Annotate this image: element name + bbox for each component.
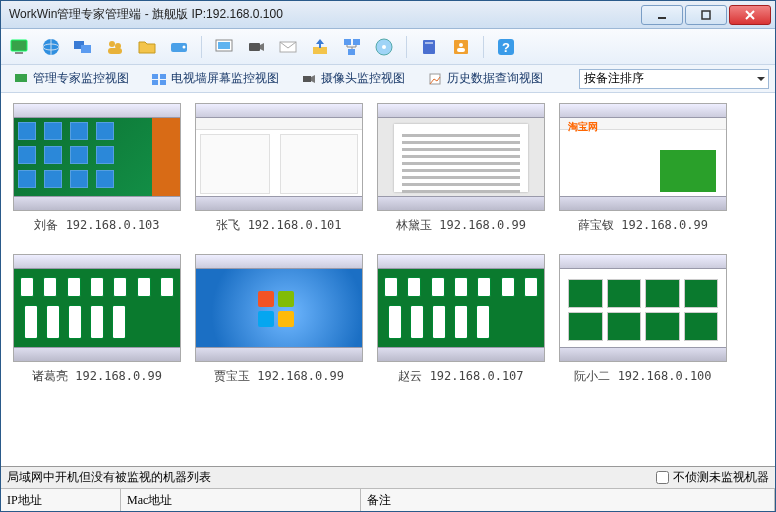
unmonitored-panel: 局域网中开机但没有被监视的机器列表 不侦测未监视机器 IP地址 Mac地址 备注 bbox=[1, 466, 775, 511]
thumbnail-caption: 贾宝玉 192.168.0.99 bbox=[195, 368, 363, 385]
screen-thumbnail[interactable]: 阮小二 192.168.0.100 bbox=[559, 254, 727, 385]
upload-icon[interactable] bbox=[308, 35, 332, 59]
history-icon bbox=[427, 71, 443, 87]
thumbnail-gallery[interactable]: 刘备 192.168.0.103张飞 192.168.0.101林黛玉 192.… bbox=[1, 93, 775, 466]
tab-label: 摄像头监控视图 bbox=[321, 70, 405, 87]
toolbar-separator bbox=[406, 36, 407, 58]
display-icon[interactable] bbox=[212, 35, 236, 59]
sort-dropdown[interactable] bbox=[579, 69, 769, 89]
svg-rect-13 bbox=[108, 48, 122, 54]
window-title: WorkWin管理专家管理端 - 旗舰版 IP:192.168.0.100 bbox=[9, 6, 641, 23]
screen-thumbnail[interactable]: 林黛玉 192.168.0.99 bbox=[377, 103, 545, 234]
tab-label: 电视墙屏幕监控视图 bbox=[171, 70, 279, 87]
svg-rect-33 bbox=[15, 74, 27, 82]
folder-icon[interactable] bbox=[135, 35, 159, 59]
network-icon[interactable] bbox=[340, 35, 364, 59]
unmonitored-title: 局域网中开机但没有被监视的机器列表 bbox=[7, 469, 211, 486]
screenshot-preview[interactable]: 淘宝网 bbox=[559, 103, 727, 211]
sort-input[interactable] bbox=[579, 69, 769, 89]
thumbnail-caption: 诸葛亮 192.168.0.99 bbox=[13, 368, 181, 385]
view-tabs: 管理专家监控视图 电视墙屏幕监控视图 摄像头监控视图 历史数据查询视图 bbox=[1, 65, 775, 93]
svg-rect-27 bbox=[425, 42, 433, 44]
screen-thumbnail[interactable]: 张飞 192.168.0.101 bbox=[195, 103, 363, 234]
svg-point-15 bbox=[183, 45, 186, 48]
tab-camera-monitor[interactable]: 摄像头监控视图 bbox=[295, 68, 411, 89]
svg-rect-35 bbox=[160, 74, 166, 79]
svg-rect-22 bbox=[353, 39, 360, 45]
screenshot-preview[interactable] bbox=[195, 103, 363, 211]
window-controls bbox=[641, 5, 771, 25]
thumbnail-caption: 林黛玉 192.168.0.99 bbox=[377, 217, 545, 234]
svg-rect-10 bbox=[81, 45, 91, 53]
tab-label: 历史数据查询视图 bbox=[447, 70, 543, 87]
svg-text:?: ? bbox=[502, 40, 510, 55]
help-icon[interactable]: ? bbox=[494, 35, 518, 59]
svg-rect-36 bbox=[152, 80, 158, 85]
thumbnail-caption: 刘备 192.168.0.103 bbox=[13, 217, 181, 234]
col-ip[interactable]: IP地址 bbox=[1, 489, 121, 511]
screens-icon[interactable] bbox=[71, 35, 95, 59]
unmonitored-table-header: IP地址 Mac地址 备注 bbox=[1, 489, 775, 511]
screen-thumbnail[interactable]: 刘备 192.168.0.103 bbox=[13, 103, 181, 234]
book-icon[interactable] bbox=[417, 35, 441, 59]
users-icon[interactable] bbox=[103, 35, 127, 59]
app-window: WorkWin管理专家管理端 - 旗舰版 IP:192.168.0.100 ? … bbox=[0, 0, 776, 512]
svg-point-25 bbox=[382, 45, 386, 49]
svg-point-11 bbox=[109, 41, 115, 47]
monitor-icon[interactable] bbox=[7, 35, 31, 59]
svg-rect-5 bbox=[15, 52, 23, 54]
svg-rect-23 bbox=[348, 49, 355, 55]
camera-icon[interactable] bbox=[244, 35, 268, 59]
thumbnail-caption: 阮小二 192.168.0.100 bbox=[559, 368, 727, 385]
tab-expert-monitor[interactable]: 管理专家监控视图 bbox=[7, 68, 135, 89]
tvwall-icon bbox=[151, 71, 167, 87]
svg-rect-20 bbox=[313, 47, 327, 54]
screenshot-preview[interactable] bbox=[13, 103, 181, 211]
close-button[interactable] bbox=[729, 5, 771, 25]
svg-rect-30 bbox=[457, 48, 465, 52]
col-note[interactable]: 备注 bbox=[361, 489, 775, 511]
screen-thumbnail[interactable]: 诸葛亮 192.168.0.99 bbox=[13, 254, 181, 385]
titlebar: WorkWin管理专家管理端 - 旗舰版 IP:192.168.0.100 bbox=[1, 1, 775, 29]
svg-rect-17 bbox=[218, 42, 230, 49]
thumbnail-caption: 赵云 192.168.0.107 bbox=[377, 368, 545, 385]
toolbar-separator bbox=[201, 36, 202, 58]
screen-thumbnail[interactable]: 淘宝网薛宝钗 192.168.0.99 bbox=[559, 103, 727, 234]
screenshot-preview[interactable] bbox=[13, 254, 181, 362]
no-detect-label: 不侦测未监视机器 bbox=[673, 469, 769, 486]
col-mac[interactable]: Mac地址 bbox=[121, 489, 361, 511]
drive-icon[interactable] bbox=[167, 35, 191, 59]
tab-label: 管理专家监控视图 bbox=[33, 70, 129, 87]
no-detect-checkbox-input[interactable] bbox=[656, 471, 669, 484]
thumbnail-caption: 薛宝钗 192.168.0.99 bbox=[559, 217, 727, 234]
tab-tvwall-monitor[interactable]: 电视墙屏幕监控视图 bbox=[145, 68, 285, 89]
screenshot-preview[interactable] bbox=[377, 103, 545, 211]
main-toolbar: ? bbox=[1, 29, 775, 65]
svg-rect-38 bbox=[303, 76, 311, 82]
svg-rect-18 bbox=[249, 43, 260, 51]
camera-small-icon bbox=[301, 71, 317, 87]
maximize-button[interactable] bbox=[685, 5, 727, 25]
svg-point-29 bbox=[459, 43, 463, 47]
svg-rect-21 bbox=[344, 39, 351, 45]
screen-thumbnail[interactable]: 赵云 192.168.0.107 bbox=[377, 254, 545, 385]
globe-icon[interactable] bbox=[39, 35, 63, 59]
svg-rect-34 bbox=[152, 74, 158, 79]
screen-thumbnail[interactable]: 贾宝玉 192.168.0.99 bbox=[195, 254, 363, 385]
toolbar-separator bbox=[483, 36, 484, 58]
disc-icon[interactable] bbox=[372, 35, 396, 59]
thumbnail-caption: 张飞 192.168.0.101 bbox=[195, 217, 363, 234]
svg-rect-1 bbox=[702, 11, 710, 19]
mail-icon[interactable] bbox=[276, 35, 300, 59]
screenshot-preview[interactable] bbox=[377, 254, 545, 362]
no-detect-checkbox[interactable]: 不侦测未监视机器 bbox=[656, 469, 769, 486]
screenshot-preview[interactable] bbox=[559, 254, 727, 362]
screenshot-preview[interactable] bbox=[195, 254, 363, 362]
tab-history-query[interactable]: 历史数据查询视图 bbox=[421, 68, 549, 89]
monitor-small-icon bbox=[13, 71, 29, 87]
svg-rect-4 bbox=[11, 40, 27, 51]
minimize-button[interactable] bbox=[641, 5, 683, 25]
contacts-icon[interactable] bbox=[449, 35, 473, 59]
svg-rect-37 bbox=[160, 80, 166, 85]
